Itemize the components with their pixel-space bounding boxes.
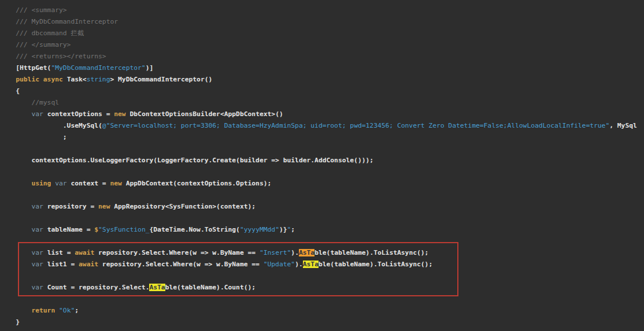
code-token: "Insert" — [260, 249, 291, 256]
code-token: var — [0, 203, 43, 210]
code-token: ble(tableName).ToListAsync(); — [319, 261, 432, 268]
code-token: ble(tableName).Count(); — [165, 284, 256, 291]
code-token: ). — [295, 261, 303, 268]
code-token: //mysql — [0, 99, 59, 106]
code-token: Count = repository.Select. — [43, 284, 150, 291]
code-line[interactable]: contextOptions.UseLoggerFactory(LoggerFa… — [0, 155, 644, 166]
code-line[interactable]: ; — [0, 132, 644, 143]
code-token: contextOptions.UseLoggerFactory(LoggerFa… — [0, 157, 373, 164]
code-token: DbContextOptionsBuilder<AppDbContext>() — [129, 110, 283, 118]
code-line[interactable]: using var context = new AppDbContext(con… — [0, 178, 644, 189]
code-line[interactable]: var tableName = $"SysFunction_{DateTime.… — [0, 224, 644, 236]
code-token: /// dbcommand 拦截 — [0, 29, 84, 37]
code-line[interactable] — [0, 293, 644, 305]
code-line[interactable]: [HttpGet("MyDbCommandInterceptor")] — [0, 62, 644, 74]
code-token: await — [75, 249, 98, 256]
code-token: repository.Select.Where(w => w.ByName == — [98, 249, 260, 256]
code-line[interactable]: /// </summary> — [0, 39, 644, 51]
code-token: { — [0, 87, 20, 95]
code-line[interactable]: public async Task<string> MyDbCommandInt… — [0, 74, 644, 85]
code-token: new — [110, 180, 125, 187]
code-editor: /// <summary> /// MyDbCommandInterceptor… — [0, 0, 644, 331]
code-token: AppRepository<SysFunction>(context); — [114, 203, 256, 210]
code-line[interactable]: { — [0, 85, 644, 97]
code-token: "Update" — [264, 261, 295, 268]
code-token: tableName = — [43, 226, 94, 233]
code-line[interactable] — [0, 189, 644, 201]
code-token: , MySql — [609, 122, 637, 129]
code-token: repository.Select.Where(w => w.ByName == — [102, 261, 264, 268]
code-token: "MyDbCommandInterceptor" — [51, 64, 145, 72]
code-token: /// <returns></returns> — [0, 53, 106, 60]
code-line[interactable]: var repository = new AppRepository<SysFu… — [0, 201, 644, 213]
code-token: } — [0, 318, 20, 326]
find-match-highlight[interactable]: AsTa — [149, 284, 165, 291]
code-token: var — [0, 284, 43, 291]
code-token: return — [0, 307, 59, 314]
code-token: using — [0, 180, 55, 187]
code-token: ; — [75, 307, 79, 314]
code-line[interactable]: /// dbcommand 拦截 — [0, 28, 644, 39]
code-token: "SysFunction_ — [98, 226, 149, 233]
code-token: string — [87, 76, 110, 83]
code-token: @"Server=localhost; port=3306; Database=… — [102, 122, 609, 129]
code-token: {DateTime.Now.ToString( — [149, 226, 239, 233]
code-line[interactable]: //mysql — [0, 97, 644, 109]
code-token: contextOptions = — [43, 110, 114, 118]
code-token: var — [0, 249, 43, 256]
code-line[interactable] — [0, 270, 644, 282]
code-line[interactable]: /// <summary> — [0, 5, 644, 16]
code-token: /// </summary> — [0, 41, 71, 49]
code-token: new — [114, 110, 129, 118]
code-line[interactable] — [0, 143, 644, 155]
code-token: .UseMySql( — [0, 122, 102, 129]
code-line[interactable]: /// MyDbCommandInterceptor — [0, 16, 644, 28]
code-token: > MyDbCommandInterceptor() — [110, 76, 212, 83]
code-line[interactable]: .UseMySql(@"Server=localhost; port=3306;… — [0, 120, 644, 132]
code-token: ; — [0, 133, 67, 141]
code-token: repository = — [43, 203, 98, 210]
code-token: Task< — [67, 76, 87, 83]
code-line[interactable]: /// <returns></returns> — [0, 51, 644, 62]
code-area[interactable]: /// <summary> /// MyDbCommandInterceptor… — [0, 5, 644, 328]
code-token: list = — [43, 249, 75, 256]
code-line[interactable]: var list1 = await repository.Select.Wher… — [0, 259, 644, 270]
code-token: ble(tableName).ToListAsync(); — [314, 249, 428, 256]
find-match-current[interactable]: AsTa — [299, 249, 314, 256]
code-token: var — [0, 226, 43, 233]
code-token: context = — [67, 180, 110, 187]
code-token: "yyyyMMdd" — [240, 226, 279, 233]
code-line[interactable]: var list = await repository.Select.Where… — [0, 247, 644, 259]
code-line[interactable] — [0, 213, 644, 224]
code-line[interactable]: } — [0, 317, 644, 328]
code-token: [HttpGet( — [0, 64, 51, 72]
code-token: ). — [291, 249, 299, 256]
code-token: ; — [291, 226, 295, 233]
code-line[interactable]: var contextOptions = new DbContextOption… — [0, 109, 644, 120]
code-token: var — [0, 261, 43, 268]
code-line[interactable]: var Count = repository.Select.AsTable(ta… — [0, 282, 644, 293]
code-line[interactable] — [0, 236, 644, 247]
code-token: /// <summary> — [0, 6, 67, 14]
code-line[interactable]: return "Ok"; — [0, 305, 644, 317]
code-token: AppDbContext(contextOptions.Options); — [126, 180, 272, 187]
code-token: var — [0, 110, 43, 118]
code-token: )} — [279, 226, 287, 233]
find-match-highlight[interactable]: AsTa — [303, 261, 319, 268]
code-token: await — [79, 261, 102, 268]
code-token: list1 = — [43, 261, 79, 268]
code-token: public async — [0, 76, 67, 83]
code-token: new — [98, 203, 114, 210]
code-line[interactable] — [0, 166, 644, 178]
code-token: "Ok" — [59, 307, 75, 314]
code-token: var — [55, 180, 66, 187]
code-token: )] — [146, 64, 154, 72]
code-token: /// MyDbCommandInterceptor — [0, 18, 118, 25]
